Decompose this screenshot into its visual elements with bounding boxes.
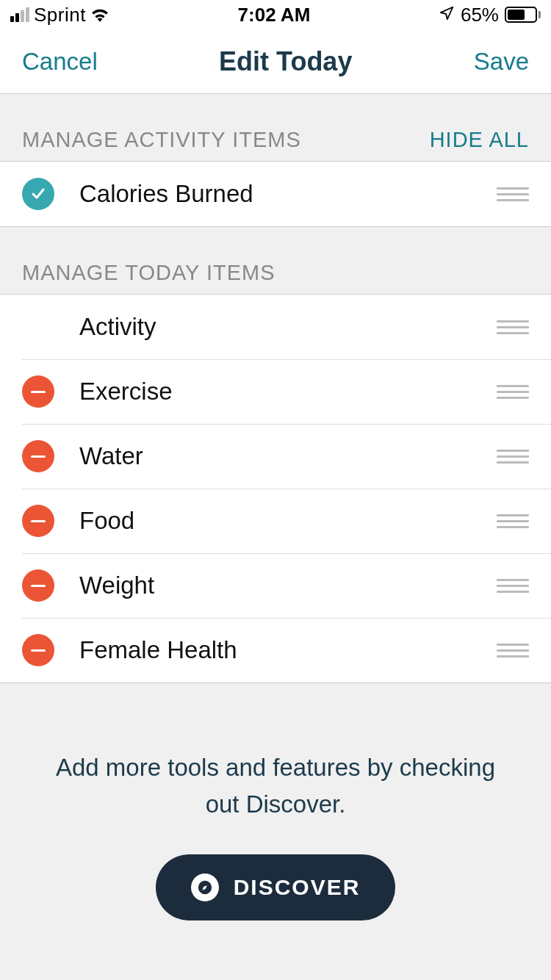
minus-icon[interactable]: [22, 569, 54, 602]
compass-icon: [191, 873, 219, 901]
list-item-label: Food: [79, 507, 497, 535]
discover-text: Add more tools and features by checking …: [44, 749, 507, 822]
wifi-icon: [90, 7, 109, 22]
discover-button[interactable]: DISCOVER: [156, 854, 396, 920]
section-header-today: MANAGE TODAY ITEMS: [0, 227, 551, 295]
save-button[interactable]: Save: [474, 48, 529, 76]
activity-items-list: Calories Burned: [0, 162, 551, 227]
minus-icon[interactable]: [22, 634, 54, 666]
status-right: 65%: [439, 4, 541, 26]
discover-button-label: DISCOVER: [234, 875, 361, 900]
list-item[interactable]: Weight: [0, 553, 551, 618]
cancel-button[interactable]: Cancel: [22, 48, 98, 76]
list-item-label: Water: [79, 442, 497, 470]
nav-header: Cancel Edit Today Save: [0, 29, 551, 94]
discover-section: Add more tools and features by checking …: [0, 683, 551, 950]
drag-handle-icon[interactable]: [497, 644, 529, 657]
battery-icon: [505, 7, 541, 23]
section-title: MANAGE TODAY ITEMS: [22, 261, 276, 285]
section-title: MANAGE ACTIVITY ITEMS: [22, 128, 301, 152]
list-item-label: Activity: [79, 313, 497, 341]
page-title: Edit Today: [219, 46, 352, 77]
drag-handle-icon[interactable]: [497, 579, 529, 593]
minus-icon[interactable]: [22, 375, 54, 408]
list-item[interactable]: Female Health: [0, 618, 551, 682]
drag-handle-icon[interactable]: [497, 450, 529, 464]
list-item-label: Weight: [79, 572, 497, 599]
section-header-activity: MANAGE ACTIVITY ITEMS HIDE ALL: [0, 94, 551, 162]
drag-handle-icon[interactable]: [497, 320, 529, 334]
drag-handle-icon[interactable]: [497, 187, 529, 201]
status-left: Sprint: [10, 4, 109, 26]
battery-percent: 65%: [461, 4, 499, 26]
status-bar: Sprint 7:02 AM 65%: [0, 0, 551, 29]
list-item[interactable]: Water: [0, 424, 551, 489]
list-item[interactable]: Food: [0, 489, 551, 553]
check-icon[interactable]: [22, 178, 54, 210]
status-time: 7:02 AM: [238, 4, 311, 26]
today-items-list: Activity Exercise Water Food Weight: [0, 295, 551, 683]
list-item-label: Calories Burned: [79, 180, 497, 208]
location-icon: [439, 4, 455, 26]
list-item-label: Female Health: [79, 636, 497, 664]
list-item[interactable]: Exercise: [0, 359, 551, 424]
minus-icon[interactable]: [22, 505, 54, 537]
drag-handle-icon[interactable]: [497, 385, 529, 399]
minus-icon[interactable]: [22, 440, 54, 472]
hide-all-button[interactable]: HIDE ALL: [430, 128, 529, 152]
signal-icon: [10, 7, 29, 22]
list-item-label: Exercise: [79, 378, 497, 406]
drag-handle-icon[interactable]: [497, 514, 529, 528]
carrier-label: Sprint: [34, 4, 86, 26]
list-item[interactable]: Calories Burned: [0, 162, 551, 226]
list-item[interactable]: Activity: [0, 295, 551, 359]
